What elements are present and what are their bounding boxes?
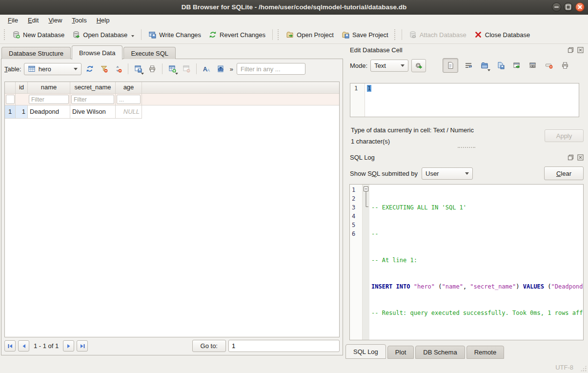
export-text-button[interactable] (495, 59, 507, 72)
minimize-icon[interactable] (552, 2, 561, 12)
filter-input-secret-name[interactable] (71, 95, 114, 104)
toolbar-overflow-chevron[interactable]: » (229, 65, 234, 73)
save-project-button[interactable]: Save Project (338, 29, 392, 41)
cell-id[interactable]: 1 (16, 105, 28, 119)
open-project-button[interactable]: Open Project (282, 29, 338, 41)
prev-page-icon (21, 343, 27, 349)
sql-log-line: -- EXECUTING ALL IN 'SQL 1' (371, 203, 583, 212)
column-header-id[interactable]: id (16, 82, 28, 94)
sql-log-editor[interactable]: 1 2 3 4 5 6 -- EXECUTING ALL IN 'SQL 1' (349, 184, 584, 340)
cell-editor-text[interactable]: 1 (365, 83, 371, 117)
filter-cell (70, 94, 116, 105)
row-number-cell[interactable]: 1 (5, 105, 16, 119)
float-dock-icon[interactable] (567, 154, 574, 161)
chevron-down-icon (465, 172, 469, 175)
column-header-name[interactable]: name (28, 82, 70, 94)
tab-sql-log[interactable]: SQL Log (345, 344, 386, 359)
filter-input-age[interactable] (117, 95, 141, 104)
close-window-icon[interactable] (575, 2, 585, 12)
menu-file[interactable]: File (4, 16, 22, 25)
tab-execute-sql[interactable]: Execute SQL (123, 47, 176, 59)
format-font-button[interactable]: AA (201, 62, 212, 75)
filter-input-id[interactable] (6, 95, 15, 104)
close-database-button[interactable]: Close Database (470, 29, 534, 41)
attach-database-button[interactable]: Attach Database (405, 29, 470, 41)
tab-database-structure[interactable]: Database Structure (1, 47, 71, 59)
table-row[interactable]: 1 1 Deadpond Dive Wilson NULL (5, 105, 339, 119)
close-dock-icon[interactable] (577, 154, 584, 161)
goto-input[interactable] (228, 340, 340, 352)
toolbar-grip[interactable] (394, 29, 397, 40)
sql-source-select[interactable]: User (422, 167, 473, 180)
mode-select[interactable]: Text (370, 60, 408, 72)
clear-log-button[interactable]: Clear (544, 166, 584, 180)
revert-changes-button[interactable]: Revert Changes (205, 29, 269, 41)
menu-view[interactable]: View (44, 16, 66, 25)
new-database-button[interactable]: New Database (8, 29, 68, 41)
cell-name[interactable]: Deadpond (28, 105, 70, 119)
table-select[interactable]: hero (24, 63, 81, 75)
browse-data-panel: Table: hero AA » (1, 59, 343, 355)
gear-import-icon (415, 62, 423, 69)
prev-record-button[interactable] (18, 340, 29, 352)
column-header-secret-name[interactable]: secret_name (70, 82, 116, 94)
apply-button[interactable]: Apply (545, 129, 584, 142)
cell-editor[interactable]: 1 1 (350, 83, 579, 117)
menu-tools[interactable]: Tools (68, 16, 90, 25)
toolbar-grip[interactable] (4, 29, 6, 40)
maximize-icon[interactable] (564, 2, 573, 12)
encoding-indicator[interactable]: UTF-8 (555, 364, 573, 371)
last-record-button[interactable] (77, 340, 88, 352)
filter-any-input[interactable] (237, 63, 305, 75)
open-database-button[interactable]: Open Database (68, 29, 138, 41)
titlebar[interactable]: DB Browser for SQLite - /home/user/code/… (0, 0, 588, 15)
print-button[interactable] (146, 62, 158, 75)
tab-db-schema[interactable]: DB Schema (415, 346, 465, 359)
set-null-button[interactable] (543, 59, 555, 72)
next-record-button[interactable] (63, 340, 74, 352)
window-title: DB Browser for SQLite - /home/user/code/… (0, 3, 588, 11)
sql-log-code: -- EXECUTING ALL IN 'SQL 1' -- -- At lin… (369, 185, 583, 340)
cell-age[interactable]: NULL (116, 105, 142, 119)
grid-filter-row (5, 94, 339, 105)
print-icon (561, 62, 569, 69)
close-dock-icon[interactable] (577, 46, 584, 54)
insert-record-button[interactable] (166, 62, 178, 75)
edit-cell-toolbar: Mode: Text (345, 57, 588, 74)
tab-browse-data[interactable]: Browse Data (72, 45, 122, 60)
dock-splitter-handle[interactable] (458, 147, 475, 149)
toolbar-separator (141, 29, 142, 40)
tab-remote[interactable]: Remote (466, 346, 505, 359)
goto-button[interactable]: Go to: (192, 340, 226, 352)
text-mode-button[interactable] (443, 58, 458, 73)
clear-filters-button[interactable] (98, 62, 110, 75)
clear-sorting-button[interactable] (112, 62, 124, 75)
print-cell-button[interactable] (559, 59, 571, 72)
tab-plot[interactable]: Plot (387, 346, 414, 359)
copy-link-button[interactable] (527, 59, 539, 72)
import-text-button[interactable] (479, 59, 490, 72)
sql-log-line (371, 335, 583, 340)
dropdown-caret-icon[interactable] (131, 35, 134, 37)
refresh-button[interactable] (84, 62, 96, 75)
toolbar-grip[interactable] (278, 29, 280, 40)
menu-help[interactable]: Help (93, 16, 114, 25)
write-changes-button[interactable]: Write Changes (144, 29, 205, 41)
open-external-button[interactable] (511, 59, 523, 72)
toolbar-separator (128, 63, 128, 74)
float-dock-icon[interactable] (567, 46, 574, 54)
column-header-age[interactable]: age (116, 82, 142, 94)
delete-record-button[interactable] (181, 62, 192, 75)
resize-grip[interactable] (580, 365, 587, 372)
cell-count-text: 1 character(s) (351, 138, 390, 145)
word-wrap-button[interactable] (463, 59, 474, 72)
find-in-cells-button[interactable] (215, 62, 226, 75)
export-table-button[interactable] (132, 62, 144, 75)
auto-switch-mode-button[interactable] (411, 59, 426, 72)
cell-secret-name[interactable]: Dive Wilson (70, 105, 116, 119)
sql-fold-margin[interactable] (363, 185, 369, 340)
filter-row-corner (5, 94, 16, 105)
menu-edit[interactable]: Edit (24, 16, 42, 25)
filter-input-name[interactable] (29, 95, 69, 104)
first-record-button[interactable] (4, 340, 16, 352)
